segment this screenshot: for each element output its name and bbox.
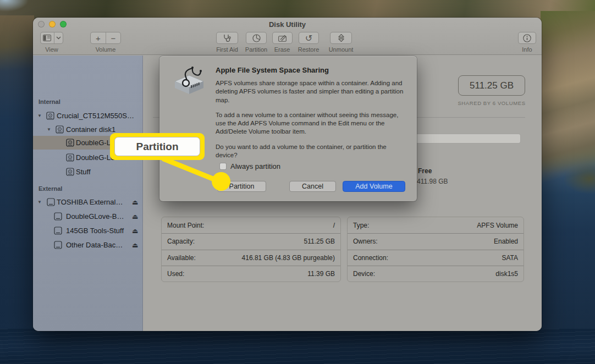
table-row: Type: APFS Volume bbox=[348, 217, 524, 233]
unmount-label: Unmount bbox=[322, 46, 360, 53]
dialog-question: Do you want to add a volume to the conta… bbox=[216, 143, 408, 160]
row-label: Device: bbox=[353, 270, 375, 278]
dialog-title: Apple File System Space Sharing bbox=[216, 66, 408, 74]
wallpaper-ocean-left bbox=[0, 15, 34, 364]
disk-utility-app-icon bbox=[173, 65, 206, 101]
view-button[interactable] bbox=[40, 32, 63, 44]
titlebar: Disk Utility View + − Volume First Aid bbox=[33, 18, 542, 55]
erase-button[interactable] bbox=[272, 32, 293, 44]
row-value: 11.39 GB bbox=[307, 270, 335, 278]
legend-free-label: Free bbox=[418, 167, 432, 175]
sidebar-item-145gb-tools-stuff[interactable]: 145GB Tools-Stuff ⏏ bbox=[33, 224, 143, 238]
sidebar-item-label: Stuff bbox=[76, 168, 91, 176]
partition-callout: Partition bbox=[110, 133, 205, 160]
sidebar-item-label: 145GB Tools-Stuff bbox=[66, 227, 124, 235]
row-label: Owners: bbox=[353, 238, 378, 245]
eject-icon[interactable]: ⏏ bbox=[132, 227, 138, 235]
sidebar-item-label: DoubleGLove-B… bbox=[66, 212, 124, 220]
external-volume-icon bbox=[54, 227, 62, 236]
volume-icon bbox=[66, 153, 74, 163]
sidebar-item-other-data-backup[interactable]: Other Data-Bac… ⏏ bbox=[33, 238, 143, 252]
stethoscope-icon bbox=[223, 34, 232, 42]
row-value: 416.81 GB (4.83 GB purgeable) bbox=[242, 254, 335, 262]
wallpaper-ocean-bottom bbox=[0, 329, 595, 364]
table-row: Owners: Enabled bbox=[348, 233, 524, 249]
sidebar-item-label: Crucial_CT512M550S… bbox=[57, 112, 134, 120]
sidebar: Internal ▼ Crucial_CT512M550S… ▼ Contain… bbox=[33, 56, 143, 331]
info-icon bbox=[523, 34, 531, 42]
sidebar-item-stuff[interactable]: Stuff bbox=[33, 165, 143, 179]
external-volume-icon bbox=[54, 241, 62, 251]
dialog-paragraph: To add a new volume to a container witho… bbox=[216, 111, 408, 136]
add-volume-icon[interactable]: + bbox=[91, 32, 106, 43]
cancel-button[interactable]: Cancel bbox=[289, 181, 336, 192]
callout-label: Partition bbox=[114, 137, 200, 156]
external-volume-icon bbox=[54, 212, 62, 222]
internal-disk-icon bbox=[46, 112, 54, 122]
row-label: Type: bbox=[353, 222, 369, 229]
restore-label: Restore bbox=[293, 46, 324, 53]
row-value: disk1s5 bbox=[495, 270, 518, 278]
callout-pointer-dot bbox=[212, 172, 230, 191]
volume-stepper: + − bbox=[90, 32, 121, 44]
table-row: Used: 11.39 GB bbox=[162, 266, 340, 282]
eject-icon[interactable]: ⏏ bbox=[132, 241, 138, 249]
dialog-paragraph: APFS volumes share storage space within … bbox=[216, 79, 408, 104]
row-label: Connection: bbox=[353, 254, 388, 262]
eject-icon[interactable]: ⏏ bbox=[132, 198, 138, 206]
row-value: 511.25 GB bbox=[304, 238, 335, 245]
restore-button[interactable]: ↺ bbox=[299, 32, 319, 44]
legend-free-value: 411.98 GB bbox=[417, 178, 448, 185]
row-label: Available: bbox=[167, 254, 196, 262]
info-label: Info bbox=[515, 46, 539, 53]
disclosure-triangle-icon[interactable]: ▼ bbox=[47, 127, 51, 132]
disclosure-triangle-icon[interactable]: ▼ bbox=[37, 113, 42, 118]
volume-info-table-right: Type: APFS Volume Owners: Enabled Connec… bbox=[347, 217, 524, 282]
sidebar-section-external: External bbox=[38, 185, 62, 192]
info-button[interactable] bbox=[518, 32, 536, 44]
add-volume-button[interactable]: Add Volume bbox=[343, 181, 405, 192]
volume-icon bbox=[66, 139, 74, 148]
always-partition-checkbox[interactable] bbox=[219, 163, 227, 170]
partition-button[interactable] bbox=[246, 32, 267, 44]
sidebar-item-crucial[interactable]: ▼ Crucial_CT512M550S… bbox=[33, 109, 143, 123]
window-title: Disk Utility bbox=[33, 20, 542, 29]
table-row: Device: disk1s5 bbox=[348, 266, 524, 282]
row-label: Used: bbox=[167, 270, 184, 278]
shared-by-label: SHARED BY 6 VOLUMES bbox=[442, 100, 542, 106]
volume-icon bbox=[66, 168, 74, 178]
wallpaper-cliff-right bbox=[541, 11, 595, 364]
sidebar-item-label: TOSHIBA External… bbox=[57, 198, 123, 206]
external-disk-icon bbox=[47, 198, 55, 208]
table-row: Connection: SATA bbox=[348, 250, 524, 266]
partition-pie-icon bbox=[252, 34, 261, 42]
sidebar-section-internal: Internal bbox=[38, 98, 60, 105]
unmount-button[interactable] bbox=[330, 32, 352, 44]
table-row: Mount Point: / bbox=[162, 217, 340, 233]
sidebar-item-label: Other Data-Bac… bbox=[66, 241, 123, 249]
eject-icon[interactable]: ⏏ bbox=[132, 213, 138, 220]
volume-label: Volume bbox=[90, 46, 121, 53]
row-value: Enabled bbox=[494, 238, 518, 245]
row-label: Capacity: bbox=[167, 238, 195, 245]
dialog-text-block: Apple File System Space Sharing APFS vol… bbox=[216, 66, 408, 166]
unmount-eject-icon bbox=[338, 34, 345, 42]
sidebar-view-icon bbox=[41, 32, 54, 43]
sidebar-item-label: Container disk1 bbox=[66, 125, 115, 134]
apfs-space-sharing-dialog: Apple File System Space Sharing APFS vol… bbox=[159, 56, 417, 201]
always-partition-checkbox-row: Always partition bbox=[219, 162, 280, 170]
first-aid-button[interactable] bbox=[216, 32, 238, 44]
row-value: APFS Volume bbox=[477, 222, 518, 229]
sidebar-item-doubleglove-b[interactable]: DoubleGLove-B… ⏏ bbox=[33, 209, 143, 223]
erase-icon bbox=[278, 35, 287, 42]
table-row: Capacity: 511.25 GB bbox=[162, 233, 340, 249]
capacity-badge: 511.25 GB bbox=[458, 75, 525, 96]
remove-volume-icon[interactable]: − bbox=[106, 32, 121, 43]
table-row: Available: 416.81 GB (4.83 GB purgeable) bbox=[162, 250, 340, 266]
container-disk-icon bbox=[56, 125, 64, 135]
restore-arrow-icon: ↺ bbox=[305, 33, 312, 43]
row-value: / bbox=[333, 222, 335, 229]
view-label: View bbox=[40, 46, 63, 53]
disclosure-triangle-icon[interactable]: ▼ bbox=[37, 200, 42, 205]
sidebar-item-toshiba[interactable]: ▼ TOSHIBA External… ⏏ bbox=[33, 195, 143, 209]
